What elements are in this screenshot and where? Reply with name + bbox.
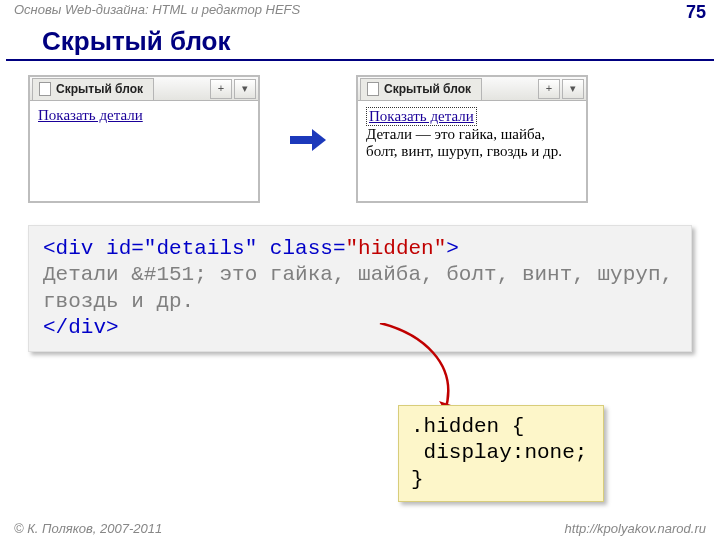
browser-body: Показать детали <box>30 101 258 201</box>
browser-body: Показать детали Детали — это гайка, шайб… <box>358 101 586 201</box>
main-content: Скрытый блок + ▾ Показать детали Скрытый… <box>0 61 720 352</box>
new-tab-button[interactable]: + <box>210 79 232 99</box>
tab-label: Скрытый блок <box>56 82 143 96</box>
css-code-sample: .hidden { display:none; } <box>398 405 604 502</box>
new-tab-button[interactable]: + <box>538 79 560 99</box>
toggle-details-link[interactable]: Показать детали <box>38 107 143 123</box>
browser-before: Скрытый блок + ▾ Показать детали <box>28 75 260 203</box>
tab-label: Скрытый блок <box>384 82 471 96</box>
tab-menu-button[interactable]: ▾ <box>234 79 256 99</box>
document-icon <box>367 82 379 96</box>
browser-tab[interactable]: Скрытый блок <box>32 78 154 100</box>
copyright: © К. Поляков, 2007-2011 <box>14 521 162 536</box>
document-icon <box>39 82 51 96</box>
course-title: Основы Web-дизайна: HTML и редактор HEFS <box>14 2 300 22</box>
details-text: Детали — это гайка, шайба, болт, винт, ш… <box>366 126 562 159</box>
slide-title: Скрытый блок <box>6 22 714 61</box>
browser-tab[interactable]: Скрытый блок <box>360 78 482 100</box>
html-code-sample: <div id="details" class="hidden"> Детали… <box>28 225 692 352</box>
toggle-details-link[interactable]: Показать детали <box>366 107 477 126</box>
class-hidden-value: "hidden" <box>345 237 446 260</box>
browser-after: Скрытый блок + ▾ Показать детали Детали … <box>356 75 588 203</box>
tab-menu-button[interactable]: ▾ <box>562 79 584 99</box>
arrow-icon <box>290 75 326 205</box>
footer-url: http://kpolyakov.narod.ru <box>565 521 706 536</box>
page-number: 75 <box>686 2 706 22</box>
